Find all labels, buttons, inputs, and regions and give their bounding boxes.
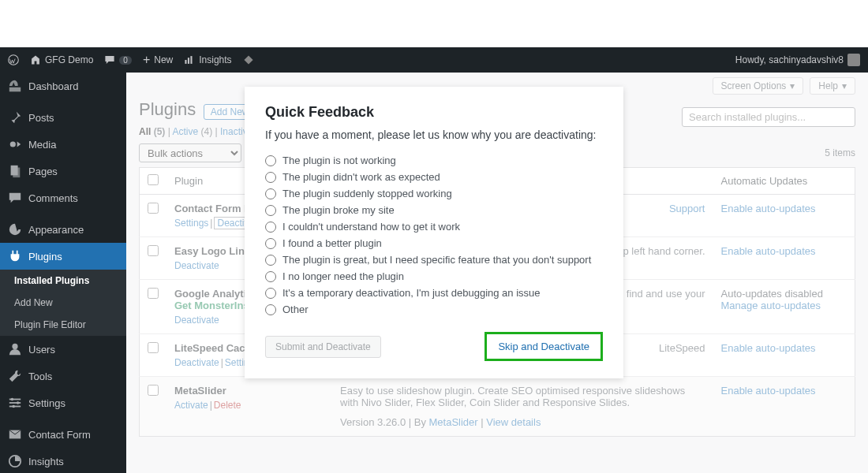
sidebar-sub-addnew[interactable]: Add New xyxy=(0,292,126,314)
feedback-option[interactable]: Other xyxy=(265,301,603,318)
sidebar-sub-editor[interactable]: Plugin File Editor xyxy=(0,314,126,336)
feedback-option[interactable]: I no longer need the plugin xyxy=(265,268,603,285)
sidebar-item-insights[interactable]: Insights xyxy=(0,448,126,473)
feedback-radio[interactable] xyxy=(265,205,276,216)
plugins-icon xyxy=(8,249,22,263)
feedback-option[interactable]: The plugin broke my site xyxy=(265,202,603,218)
tools-icon xyxy=(8,369,22,383)
sidebar-item-tools[interactable]: Tools xyxy=(0,363,126,389)
sidebar-item-contact[interactable]: Contact Form xyxy=(0,421,126,448)
feedback-radio[interactable] xyxy=(265,288,276,299)
feedback-radio[interactable] xyxy=(265,155,276,166)
feedback-option[interactable]: The plugin didn't work as expected xyxy=(265,169,603,185)
new-content[interactable]: +New xyxy=(143,53,173,67)
comments-icon xyxy=(8,191,22,205)
svg-rect-1 xyxy=(185,60,187,64)
admin-sidebar: Dashboard Posts Media Pages Comments App… xyxy=(0,73,126,473)
svg-point-4 xyxy=(10,141,16,147)
feedback-option[interactable]: It's a temporary deactivation, I'm just … xyxy=(265,285,603,301)
feedback-option[interactable]: The plugin suddenly stopped working xyxy=(265,185,603,202)
submit-deactivate-button[interactable]: Submit and Deactivate xyxy=(265,336,381,358)
pin-icon xyxy=(8,110,22,125)
users-icon xyxy=(8,342,22,356)
mail-icon xyxy=(8,427,22,441)
feedback-option[interactable]: The plugin is not working xyxy=(265,152,603,169)
svg-rect-6 xyxy=(13,168,20,178)
sidebar-item-comments[interactable]: Comments xyxy=(0,184,126,211)
svg-point-11 xyxy=(11,398,14,401)
wp-logo[interactable] xyxy=(8,54,19,65)
insights-link[interactable]: Insights xyxy=(184,54,231,65)
feedback-radio[interactable] xyxy=(265,238,276,249)
feedback-modal: Quick Feedback If you have a moment, ple… xyxy=(245,87,623,378)
feedback-radio[interactable] xyxy=(265,188,276,199)
howdy[interactable]: Howdy, sachinyadavshiv8 xyxy=(735,54,860,66)
modal-title: Quick Feedback xyxy=(265,104,603,121)
feedback-radio[interactable] xyxy=(265,255,276,266)
settings-icon xyxy=(8,396,22,410)
feedback-radio[interactable] xyxy=(265,172,276,183)
appearance-icon xyxy=(8,222,22,236)
svg-rect-2 xyxy=(188,58,189,64)
media-icon xyxy=(8,137,22,151)
feedback-radio[interactable] xyxy=(265,271,276,282)
feedback-radio[interactable] xyxy=(265,304,276,315)
svg-point-7 xyxy=(12,344,17,349)
comments-link[interactable]: 0 xyxy=(104,54,132,65)
diamond-icon[interactable] xyxy=(243,54,254,65)
sidebar-item-pages[interactable]: Pages xyxy=(0,158,126,184)
dashboard-icon xyxy=(8,79,22,93)
skip-deactivate-link[interactable]: Skip and Deactivate xyxy=(485,332,603,361)
sidebar-item-settings[interactable]: Settings xyxy=(0,389,126,416)
site-name[interactable]: GFG Demo xyxy=(30,54,93,65)
modal-subtitle: If you have a moment, please let us know… xyxy=(265,128,603,141)
svg-rect-3 xyxy=(191,56,193,64)
sidebar-item-users[interactable]: Users xyxy=(0,336,126,363)
insights-icon xyxy=(8,454,22,468)
sidebar-item-posts[interactable]: Posts xyxy=(0,104,126,131)
avatar xyxy=(847,54,860,66)
svg-point-13 xyxy=(12,405,15,408)
feedback-option[interactable]: I couldn't understand how to get it work xyxy=(265,218,603,235)
sidebar-item-media[interactable]: Media xyxy=(0,131,126,158)
sidebar-item-dashboard[interactable]: Dashboard xyxy=(0,73,126,99)
adminbar: GFG Demo 0 +New Insights Howdy, sachinya… xyxy=(0,47,868,73)
feedback-option[interactable]: I found a better plugin xyxy=(265,235,603,251)
sidebar-item-appearance[interactable]: Appearance xyxy=(0,216,126,243)
feedback-option[interactable]: The plugin is great, but I need specific… xyxy=(265,251,603,268)
pages-icon xyxy=(8,164,22,178)
feedback-radio[interactable] xyxy=(265,222,276,233)
sidebar-item-plugins[interactable]: Plugins xyxy=(0,243,126,270)
sidebar-sub-installed[interactable]: Installed Plugins xyxy=(0,270,126,292)
svg-point-12 xyxy=(17,401,20,404)
